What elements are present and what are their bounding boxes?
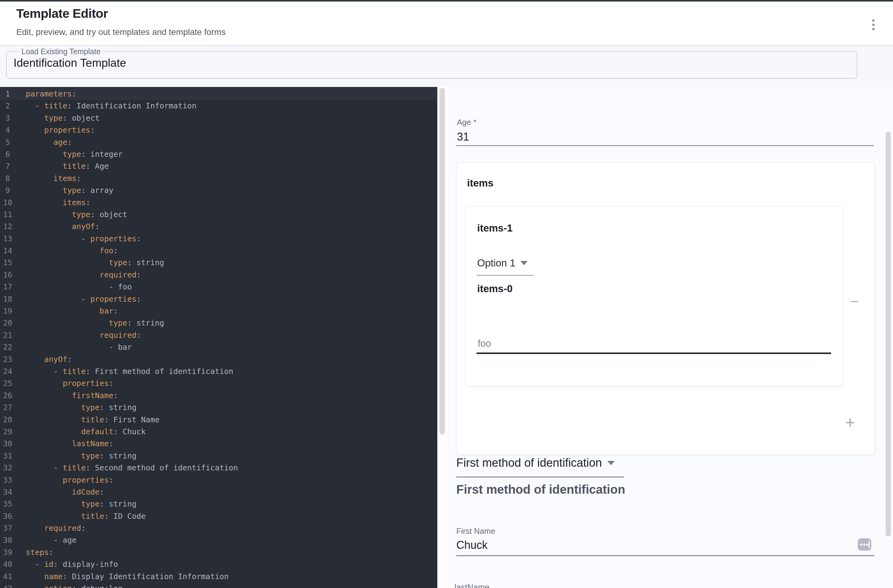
- line-number: 23: [0, 353, 15, 365]
- items-1-card: items-1 Option 1 items-0 foo: [466, 206, 843, 386]
- code-line: 12 anyOf:: [0, 220, 437, 232]
- code-line: 41 name: Display Identification Informat…: [0, 570, 437, 582]
- line-number: 42: [0, 582, 15, 588]
- editor-scrollbar-thumb[interactable]: [439, 88, 445, 435]
- line-number: 24: [0, 365, 15, 377]
- foo-input-focused[interactable]: [477, 352, 831, 354]
- items-card: items items-1 Option 1 items-0 foo − +: [456, 162, 875, 454]
- code-line: 7 title: Age: [0, 160, 437, 172]
- code-line: 9 type: array: [0, 184, 437, 196]
- line-number: 13: [0, 233, 15, 245]
- code-line: 5 age:: [0, 136, 437, 148]
- code-line: 1parameters:: [0, 88, 437, 100]
- code-line: 6 type: integer: [0, 148, 437, 160]
- page-header: Template Editor Edit, preview, and try o…: [0, 2, 893, 45]
- code-line: 2 - title: Identification Information: [0, 100, 437, 112]
- code-line: 14 foo:: [0, 245, 437, 256]
- kebab-menu-icon[interactable]: [867, 14, 880, 36]
- line-number: 4: [0, 124, 15, 136]
- code-line: 34 idCode:: [0, 486, 437, 498]
- yaml-editor[interactable]: 1parameters:2 - title: Identification In…: [0, 87, 437, 588]
- line-number: 35: [0, 498, 15, 510]
- code-line: 17 - foo: [0, 281, 437, 293]
- line-number: 38: [0, 534, 15, 546]
- first-name-label: First Name: [456, 526, 495, 536]
- form-preview-panel: Age * 31 items items-1 Option 1 items-0 …: [447, 87, 893, 588]
- line-number: 31: [0, 450, 15, 462]
- load-template-select[interactable]: Load Existing Template Identification Te…: [6, 47, 857, 79]
- code-line: 18 - properties:: [0, 293, 437, 305]
- line-number: 11: [0, 208, 15, 220]
- line-number: 29: [0, 426, 15, 438]
- option-select-value: Option 1: [477, 257, 516, 269]
- line-number: 2: [0, 100, 15, 112]
- load-template-value: Identification Template: [14, 57, 857, 69]
- line-number: 21: [0, 329, 15, 341]
- code-line: 30 lastName:: [0, 438, 437, 450]
- code-line: 15 type: string: [0, 256, 437, 268]
- add-item-button[interactable]: +: [841, 413, 859, 432]
- code-line: 36 title: ID Code: [0, 510, 437, 522]
- code-line: 24 - title: First method of identificati…: [0, 365, 437, 377]
- code-line: 37 required:: [0, 522, 437, 534]
- items-0-title: items-0: [477, 283, 513, 295]
- page-subtitle: Edit, preview, and try out templates and…: [16, 27, 226, 37]
- dropdown-arrow-icon: [520, 261, 528, 265]
- line-number: 17: [0, 281, 15, 293]
- code-line: 39steps:: [0, 546, 437, 558]
- code-line: 20 type: string: [0, 317, 437, 329]
- page-scrollbar-thumb[interactable]: [885, 132, 891, 537]
- template-variable-icon[interactable]: [858, 538, 871, 550]
- line-number: 20: [0, 317, 15, 329]
- code-line: 42 action: debug:log: [0, 582, 437, 588]
- minus-icon: −: [851, 293, 859, 310]
- code-line: 23 anyOf:: [0, 353, 437, 365]
- line-number: 12: [0, 220, 15, 232]
- line-number: 39: [0, 546, 15, 558]
- template-loader-row: Load Existing Template Identification Te…: [0, 46, 893, 87]
- line-number: 7: [0, 160, 15, 172]
- code-line: 32 - title: Second method of identificat…: [0, 462, 437, 474]
- age-input[interactable]: 31: [457, 130, 469, 143]
- first-name-input[interactable]: Chuck: [456, 539, 487, 552]
- code-line: 4 properties:: [0, 124, 437, 136]
- line-number: 5: [0, 136, 15, 148]
- load-template-label: Load Existing Template: [18, 47, 104, 56]
- method-select-underline: [456, 477, 624, 477]
- line-number: 1: [0, 88, 15, 100]
- code-line: 22 - bar: [0, 341, 437, 353]
- code-line: 10 items:: [0, 196, 437, 208]
- method-select[interactable]: First method of identification: [456, 456, 615, 470]
- dropdown-arrow-icon: [607, 461, 615, 465]
- foo-input-label: foo: [478, 338, 491, 349]
- line-number: 16: [0, 269, 15, 281]
- line-number: 41: [0, 570, 15, 582]
- line-number: 37: [0, 522, 15, 534]
- code-line: 28 title: First Name: [0, 414, 437, 426]
- line-number: 32: [0, 462, 15, 474]
- line-number: 28: [0, 414, 15, 426]
- option-select[interactable]: Option 1: [477, 257, 528, 269]
- code-line: 11 type: object: [0, 208, 437, 220]
- last-name-label: lastName: [454, 583, 489, 588]
- line-number: 26: [0, 390, 15, 402]
- code-line: 3 type: object: [0, 112, 437, 124]
- editor-scrollbar-track: [437, 87, 447, 588]
- code-line: 13 - properties:: [0, 233, 437, 245]
- method-section-heading: First method of identification: [456, 483, 625, 496]
- code-line: 33 properties:: [0, 474, 437, 486]
- line-number: 9: [0, 184, 15, 196]
- option-select-underline: [477, 275, 534, 276]
- code-line: 21 required:: [0, 329, 437, 341]
- line-number: 33: [0, 474, 15, 486]
- line-number: 40: [0, 558, 15, 570]
- remove-item-button[interactable]: −: [845, 292, 864, 310]
- line-number: 22: [0, 341, 15, 353]
- code-line: 31 type: string: [0, 450, 437, 462]
- code-line: 40 - id: display-info: [0, 558, 437, 570]
- code-line: 27 type: string: [0, 402, 437, 413]
- first-name-underline: [456, 555, 874, 556]
- line-number: 14: [0, 245, 15, 256]
- code-line: 16 required:: [0, 269, 437, 281]
- plus-icon: +: [845, 412, 855, 432]
